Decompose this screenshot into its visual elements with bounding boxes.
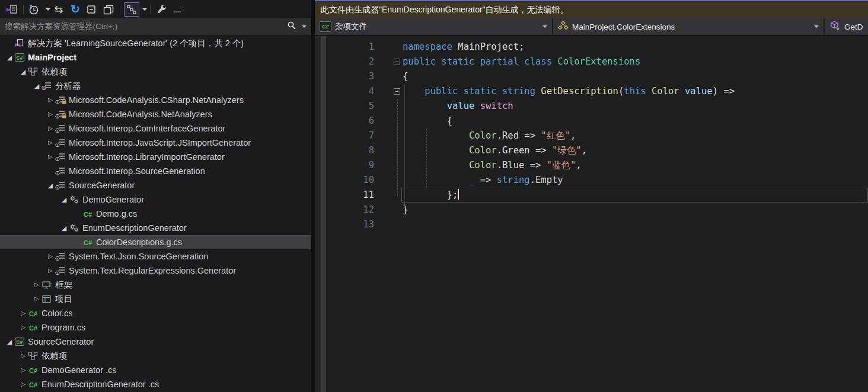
collapse-arrow-icon[interactable]: ◢ (5, 335, 14, 349)
refresh-icon: ↻ (71, 4, 80, 15)
collapse-arrow-icon[interactable]: ◢ (5, 50, 14, 65)
code-line[interactable]: 2public static partial class ColorExtens… (326, 54, 868, 69)
tree-item[interactable]: ▷iSystem.Text.Json.SourceGeneration (0, 249, 311, 264)
code-text: public static partial class ColorExtensi… (403, 54, 640, 69)
expand-arrow-icon[interactable]: ▷ (18, 349, 28, 363)
fold-margin (374, 99, 403, 114)
search-options-caret-icon[interactable] (302, 25, 307, 28)
tree-item[interactable]: C#ColorDescriptions.g.cs (0, 235, 311, 249)
code-line[interactable]: 11 }; (326, 188, 868, 203)
code-line[interactable]: 8 Color.Green => "绿色", (326, 143, 868, 158)
solution-explorer-search-box[interactable]: 搜索解决方案资源管理器(Ctrl+;) (0, 18, 311, 35)
expand-arrow-icon[interactable]: ▷ (18, 377, 28, 391)
code-line[interactable]: 6 { (326, 114, 868, 128)
tree-item[interactable]: ◢DemoGenerator (0, 192, 311, 207)
tree-item[interactable]: ▷框架 (0, 278, 311, 292)
expand-arrow-icon[interactable]: ▷ (18, 363, 28, 377)
code-text: { (403, 69, 408, 84)
tree-item[interactable]: ▷iMicrosoft.CodeAnalysis.CSharp.NetAnaly… (0, 93, 311, 107)
tree-item[interactable]: ◢EnumDescriptionGenerator (0, 221, 311, 235)
expand-arrow-icon[interactable]: ▷ (46, 264, 55, 278)
collapse-region-icon[interactable] (394, 88, 400, 95)
infobar-message: 此文件由生成器"EnumDescriptionGenerator"自动生成，无法… (321, 5, 569, 15)
code-text-area[interactable]: 1namespace MainProject;2public static pa… (326, 36, 868, 392)
tree-item[interactable]: ▷iSystem.Text.RegularExpressions.Generat… (0, 264, 311, 278)
code-line[interactable]: 5 value switch (326, 99, 868, 114)
expand-arrow-icon[interactable]: ▷ (32, 278, 42, 292)
collapse-arrow-icon[interactable]: ◢ (32, 79, 42, 93)
collapse-arrow-icon[interactable]: ◢ (46, 178, 55, 192)
tree-item[interactable]: ▷iMicrosoft.Interop.LibraryImportGenerat… (0, 150, 311, 164)
expand-arrow-icon[interactable]: ▷ (46, 136, 55, 150)
expand-arrow-icon[interactable]: ▷ (46, 249, 55, 264)
selection-margin[interactable] (321, 36, 326, 392)
code-line[interactable]: 12} (326, 203, 868, 217)
tree-item[interactable]: ◢C#MainProject (0, 50, 311, 65)
tree-item[interactable]: ▷iMicrosoft.Interop.JavaScript.JSImportG… (0, 136, 311, 150)
line-number: 10 (326, 173, 374, 188)
tree-item[interactable]: iMicrosoft.Interop.SourceGeneration (0, 164, 311, 178)
tree-item[interactable]: ▷iMicrosoft.CodeAnalysis.NetAnalyzers (0, 107, 311, 121)
show-all-files-button[interactable] (101, 2, 116, 17)
search-icon[interactable] (287, 21, 296, 33)
tree-item[interactable]: ◢i分析器 (0, 79, 311, 93)
tree-item[interactable]: ▷C#Program.cs (0, 320, 311, 335)
tree-item[interactable]: ▷C#EnumDescriptionGenerator .cs (0, 377, 311, 391)
tree-item-label: EnumDescriptionGenerator .cs (42, 380, 159, 389)
expand-arrow-icon[interactable]: ▷ (18, 306, 28, 320)
svg-text:C#: C# (29, 310, 37, 317)
collapse-arrow-icon[interactable]: ◢ (59, 221, 69, 235)
history-filter-button[interactable] (27, 2, 43, 17)
history-filter-dropdown-caret-icon[interactable] (46, 8, 50, 11)
tree-item-label: 框架 (55, 279, 72, 291)
collapse-region-icon[interactable] (394, 59, 400, 65)
code-line[interactable]: 4 public static string GetDescription(th… (326, 84, 868, 99)
tree-item[interactable]: ▷依赖项 (0, 349, 311, 363)
line-number: 1 (326, 40, 374, 54)
expand-arrow-icon[interactable]: ▷ (46, 150, 55, 164)
expand-arrow-icon[interactable]: ▷ (46, 93, 55, 107)
tree-item-label: DemoGenerator (82, 195, 144, 204)
member-dropdown[interactable]: GetDes (825, 18, 868, 35)
code-line[interactable]: 9 Color.Blue => "蓝色", (326, 158, 868, 173)
code-line[interactable]: 3{ (326, 69, 868, 84)
switch-views-button[interactable] (4, 2, 20, 17)
tree-item[interactable]: ◢iSourceGenerator (0, 178, 311, 192)
expand-arrow-icon[interactable]: ▷ (46, 107, 55, 121)
line-number: 7 (326, 128, 374, 143)
breakpoint-margin[interactable] (315, 36, 321, 392)
expand-arrow-icon[interactable]: ▷ (46, 121, 55, 136)
tree-item[interactable]: ▷iMicrosoft.Interop.ComInterfaceGenerato… (0, 121, 311, 136)
analyzer-icon: i (55, 95, 66, 105)
line-number: 3 (326, 69, 374, 84)
expand-arrow-icon[interactable]: ▷ (18, 320, 28, 335)
tree-item[interactable]: C#Demo.g.cs (0, 207, 311, 221)
method-icon (829, 20, 841, 34)
csfile-icon: C# (28, 309, 39, 318)
tree-item[interactable]: 解决方案 'LearningSourceGenerator' (2 个项目，共 … (0, 36, 311, 50)
collapse-arrow-icon[interactable]: ◢ (59, 192, 69, 207)
tree-item[interactable]: ▷项目 (0, 292, 311, 306)
tree-item[interactable]: ▷C#DemoGenerator .cs (0, 363, 311, 377)
expand-arrow-icon[interactable]: ▷ (32, 292, 42, 306)
collapse-all-icon (85, 4, 98, 15)
project-dropdown[interactable]: C# 杂项文件 (315, 18, 553, 35)
sync-active-document-dropdown-caret-icon[interactable] (142, 8, 147, 11)
tree-item-label: 依赖项 (42, 66, 68, 78)
sync-button[interactable]: ⇆ (51, 2, 66, 17)
collapse-arrow-icon[interactable]: ◢ (18, 65, 28, 79)
code-line[interactable]: 10 _ => string.Empty (326, 173, 868, 188)
tree-item[interactable]: ▷C#Color.cs (0, 306, 311, 320)
tree-item[interactable]: ◢依赖项 (0, 65, 311, 79)
code-line[interactable]: 13 (326, 217, 868, 232)
sync-active-document-button[interactable] (124, 2, 139, 17)
tree-item[interactable]: ◢C#SourceGenerator (0, 335, 311, 349)
type-dropdown[interactable]: MainProject.ColorExtensions (553, 18, 825, 35)
collapse-all-button[interactable] (84, 2, 100, 17)
code-line[interactable]: 7 Color.Red => "红色", (326, 128, 868, 143)
refresh-button[interactable]: ↻ (68, 2, 83, 17)
properties-button[interactable] (154, 2, 170, 17)
code-line[interactable]: 1namespace MainProject; (326, 40, 868, 54)
class-icon (558, 21, 569, 33)
line-number: 11 (326, 188, 374, 203)
